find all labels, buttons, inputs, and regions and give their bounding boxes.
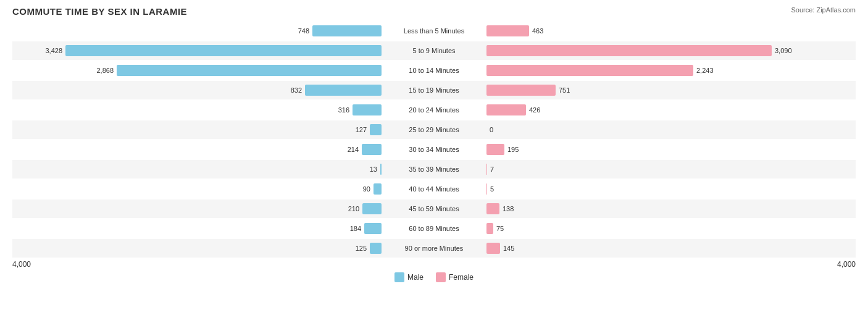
female-bar bbox=[486, 223, 493, 234]
male-bar bbox=[362, 144, 382, 155]
female-bar bbox=[486, 203, 499, 214]
male-value: 214 bbox=[348, 146, 359, 153]
male-bar bbox=[380, 164, 382, 175]
row-label: 15 to 19 Minutes bbox=[382, 86, 486, 94]
row-label: 5 to 9 Minutes bbox=[382, 47, 486, 54]
chart-row: 21045 to 59 Minutes138 bbox=[12, 199, 856, 218]
row-label: 60 to 89 Minutes bbox=[382, 225, 486, 232]
source-text: Source: ZipAtlas.com bbox=[791, 6, 856, 14]
female-value: 3,090 bbox=[775, 47, 792, 54]
legend: Male Female bbox=[12, 272, 856, 282]
chart-title: COMMUTE TIME BY SEX IN LARAMIE bbox=[12, 6, 856, 17]
male-bar bbox=[373, 183, 382, 195]
female-bar bbox=[486, 65, 693, 76]
female-bar bbox=[486, 164, 487, 175]
row-label: 35 to 39 Minutes bbox=[382, 166, 486, 173]
male-value: 13 bbox=[370, 166, 377, 173]
female-value: 5 bbox=[490, 185, 494, 193]
male-value: 210 bbox=[348, 205, 359, 212]
female-value: 0 bbox=[490, 126, 493, 133]
female-bar bbox=[486, 144, 504, 155]
row-label: 20 to 24 Minutes bbox=[382, 106, 486, 114]
male-color-box bbox=[394, 272, 404, 282]
female-value: 145 bbox=[503, 245, 514, 252]
row-label: 30 to 34 Minutes bbox=[382, 146, 486, 153]
female-value: 2,243 bbox=[696, 67, 714, 74]
male-bar bbox=[305, 85, 382, 96]
male-label: Male bbox=[407, 273, 424, 282]
female-value: 751 bbox=[559, 86, 570, 94]
row-label: 25 to 29 Minutes bbox=[382, 126, 486, 133]
male-bar bbox=[362, 203, 382, 214]
female-value: 138 bbox=[503, 205, 514, 212]
axis-right-label: 4,000 bbox=[837, 260, 856, 269]
female-value: 75 bbox=[496, 225, 504, 232]
male-bar bbox=[353, 104, 382, 115]
female-value: 426 bbox=[529, 106, 540, 114]
row-label: 40 to 44 Minutes bbox=[382, 185, 486, 193]
chart-row: 12725 to 29 Minutes0 bbox=[12, 120, 856, 139]
female-bar bbox=[486, 85, 556, 96]
female-value: 463 bbox=[532, 27, 543, 35]
chart-body: 748Less than 5 Minutes4633,4285 to 9 Min… bbox=[12, 22, 856, 282]
female-bar bbox=[486, 183, 487, 195]
male-value: 125 bbox=[356, 245, 367, 252]
chart-container: COMMUTE TIME BY SEX IN LARAMIE Source: Z… bbox=[0, 0, 868, 323]
female-bar bbox=[486, 45, 772, 56]
chart-row: 31620 to 24 Minutes426 bbox=[12, 101, 856, 119]
female-bar bbox=[486, 243, 500, 254]
chart-row: 9040 to 44 Minutes5 bbox=[12, 180, 856, 198]
male-bar bbox=[370, 243, 382, 254]
male-value: 90 bbox=[363, 185, 370, 193]
row-label: 10 to 14 Minutes bbox=[382, 67, 486, 74]
female-value: 195 bbox=[507, 146, 519, 153]
rows-container: 748Less than 5 Minutes4633,4285 to 9 Min… bbox=[12, 22, 856, 258]
legend-male: Male bbox=[394, 272, 424, 282]
row-label: 90 or more Minutes bbox=[382, 245, 486, 252]
male-bar bbox=[312, 25, 382, 36]
axis-left-label: 4,000 bbox=[12, 260, 31, 269]
chart-row: 83215 to 19 Minutes751 bbox=[12, 81, 856, 99]
chart-row: 2,86810 to 14 Minutes2,243 bbox=[12, 61, 856, 80]
row-label: Less than 5 Minutes bbox=[382, 27, 486, 35]
male-value: 2,868 bbox=[96, 67, 114, 74]
male-bar bbox=[65, 45, 382, 56]
legend-female: Female bbox=[436, 272, 474, 282]
chart-row: 1335 to 39 Minutes7 bbox=[12, 160, 856, 178]
male-value: 316 bbox=[338, 106, 349, 114]
chart-row: 748Less than 5 Minutes463 bbox=[12, 22, 856, 40]
female-color-box bbox=[436, 272, 446, 282]
chart-row: 12590 or more Minutes145 bbox=[12, 239, 856, 258]
male-bar bbox=[364, 223, 382, 234]
male-value: 748 bbox=[298, 27, 309, 35]
chart-row: 18460 to 89 Minutes75 bbox=[12, 219, 856, 238]
row-label: 45 to 59 Minutes bbox=[382, 205, 486, 212]
male-value: 127 bbox=[356, 126, 367, 133]
chart-row: 21430 to 34 Minutes195 bbox=[12, 140, 856, 159]
chart-row: 3,4285 to 9 Minutes3,090 bbox=[12, 41, 856, 60]
female-bar bbox=[486, 104, 526, 115]
female-label: Female bbox=[449, 273, 474, 282]
female-value: 7 bbox=[490, 166, 494, 173]
male-value: 3,428 bbox=[45, 47, 62, 54]
male-bar bbox=[117, 65, 382, 76]
male-value: 184 bbox=[350, 225, 361, 232]
male-value: 832 bbox=[291, 86, 302, 94]
female-bar bbox=[486, 25, 529, 36]
male-bar bbox=[370, 124, 382, 135]
